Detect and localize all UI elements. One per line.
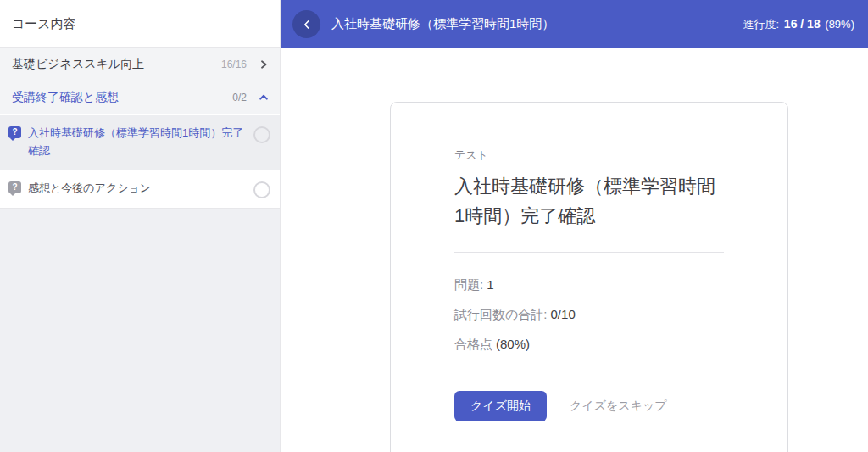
attempts-field: 試行回数の合計:0/10	[454, 305, 724, 323]
status-circle-incomplete	[253, 181, 270, 198]
main-area: 入社時基礎研修（標準学習時間1時間） 進行度: 16 / 18 (89%) テス…	[281, 0, 868, 452]
progress-percent: (89%)	[825, 18, 854, 31]
course-header-bar: 入社時基礎研修（標準学習時間1時間） 進行度: 16 / 18 (89%)	[281, 0, 868, 48]
sidebar-item-label: 入社時基礎研修（標準学習時間1時間）完了確認	[28, 125, 253, 160]
sidebar-item-feedback-and-actions[interactable]: ? 感想と今後のアクション	[0, 170, 280, 209]
course-title: 入社時基礎研修（標準学習時間1時間）	[331, 16, 743, 32]
section-count: 16/16	[221, 59, 247, 70]
quiz-type-label: テスト	[454, 148, 724, 163]
section-label: 受講終了確認と感想	[12, 90, 232, 105]
sidebar-item-completion-check-quiz[interactable]: ? 入社時基礎研修（標準学習時間1時間）完了確認	[0, 114, 280, 170]
field-label: 問題:	[454, 277, 483, 292]
quiz-info-fields: 問題:1 試行回数の合計:0/10 合格点(80%)	[454, 276, 724, 353]
divider	[454, 252, 724, 253]
chevron-right-icon	[259, 59, 269, 70]
quiz-bubble-icon: ?	[8, 181, 21, 193]
section-count: 0/2	[232, 92, 247, 103]
back-button[interactable]	[292, 10, 320, 38]
status-circle-incomplete	[253, 126, 270, 143]
passing-score-field: 合格点(80%)	[454, 335, 724, 353]
progress-indicator: 進行度: 16 / 18 (89%)	[743, 17, 854, 32]
field-label: 試行回数の合計:	[454, 307, 548, 321]
start-quiz-button[interactable]: クイズ開始	[454, 391, 547, 421]
field-value: 0/10	[551, 307, 576, 321]
sidebar-section-basic-business-skills[interactable]: 基礎ビジネススキル向上 16/16	[0, 48, 280, 81]
chevron-left-icon	[301, 19, 313, 31]
sidebar-empty-area	[0, 209, 280, 452]
section-label: 基礎ビジネススキル向上	[12, 57, 221, 72]
questions-field: 問題:1	[454, 276, 724, 293]
sidebar-title: コース内容	[0, 0, 280, 48]
sidebar-item-label: 感想と今後のアクション	[28, 180, 253, 198]
skip-quiz-link[interactable]: クイズをスキップ	[570, 399, 667, 414]
lesson-content-area: テスト 入社時基礎研修（標準学習時間1時間）完了確認 問題:1 試行回数の合計:…	[281, 48, 868, 452]
field-label: 合格点	[454, 337, 492, 351]
quiz-actions: クイズ開始 クイズをスキップ	[454, 391, 724, 421]
progress-label: 進行度:	[743, 18, 780, 31]
field-value: 1	[487, 277, 493, 292]
course-content-sidebar: コース内容 基礎ビジネススキル向上 16/16 受講終了確認と感想 0/2 ? …	[0, 0, 281, 452]
sidebar-section-completion-and-feedback[interactable]: 受講終了確認と感想 0/2	[0, 81, 280, 114]
quiz-card: テスト 入社時基礎研修（標準学習時間1時間）完了確認 問題:1 試行回数の合計:…	[390, 102, 788, 452]
progress-value: 16 / 18	[784, 17, 821, 31]
field-value: (80%)	[496, 337, 530, 351]
quiz-bubble-icon: ?	[8, 126, 21, 138]
chevron-up-icon	[259, 92, 269, 103]
quiz-title: 入社時基礎研修（標準学習時間1時間）完了確認	[454, 171, 724, 231]
